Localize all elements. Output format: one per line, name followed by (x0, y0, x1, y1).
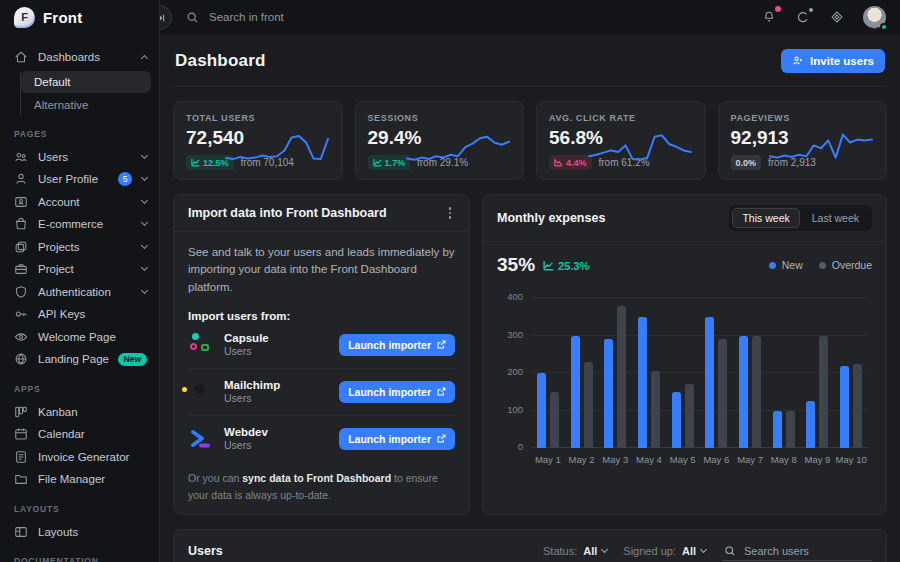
launch-importer-button[interactable]: Launch importer (339, 428, 455, 450)
chevron-down-icon (141, 264, 148, 271)
bar-new (739, 336, 748, 449)
status-filter-dropdown[interactable]: All (583, 545, 607, 557)
global-search (186, 11, 761, 24)
legend-item-new[interactable]: New (769, 259, 803, 271)
globe-icon (14, 352, 28, 366)
sidebar-item-label: Dashboards (38, 51, 132, 63)
apps-launcher-icon[interactable] (829, 9, 845, 25)
chart-bar-group[interactable]: May 8 (767, 298, 801, 448)
toggle-last-week[interactable]: Last week (802, 208, 869, 228)
sidebar-subitem-alternative[interactable]: Alternative (21, 94, 151, 116)
sidebar-item-file-manager[interactable]: File Manager (0, 468, 159, 491)
chart-bar-group[interactable]: May 7 (733, 298, 767, 448)
trend-up-badge: 1.7% (368, 155, 411, 170)
import-source-name: Webdev (224, 426, 329, 438)
sidebar-item-ecommerce[interactable]: E-commerce (0, 213, 159, 236)
expenses-percent: 35% (497, 254, 535, 276)
users-icon (14, 150, 28, 164)
stat-card-pageviews[interactable]: PAGEVIEWS 92,913 0.0% from 2,913 (718, 101, 888, 180)
sidebar-item-users[interactable]: Users (0, 146, 159, 169)
monthly-expenses-card: Monthly expenses This week Last week 35%… (482, 194, 887, 515)
sidebar-item-calendar[interactable]: Calendar (0, 423, 159, 446)
search-icon (186, 11, 199, 24)
x-axis-label: May 9 (805, 454, 831, 465)
expenses-change: 25.3% (543, 260, 589, 272)
bar-overdue (617, 306, 626, 449)
bar-overdue (685, 384, 694, 448)
avatar[interactable] (863, 6, 886, 29)
signed-up-filter-dropdown[interactable]: All (682, 545, 706, 557)
bell-icon[interactable] (761, 9, 777, 25)
sidebar-item-project[interactable]: Project (0, 258, 159, 281)
sparkline-chart (587, 126, 693, 170)
users-card-title: Users (188, 544, 223, 558)
legend-item-overdue[interactable]: Overdue (819, 259, 872, 271)
stat-card-avg-click-rate[interactable]: AVG. CLICK RATE 56.8% 4.4% from 61.2% (536, 101, 706, 180)
sidebar-item-user-profile[interactable]: User Profile 5 (0, 168, 159, 191)
toggle-this-week[interactable]: This week (732, 208, 799, 228)
sidebar-item-kanban[interactable]: Kanban (0, 401, 159, 424)
x-axis-label: May 4 (636, 454, 662, 465)
sidebar-item-layouts[interactable]: Layouts (0, 521, 159, 544)
sidebar-item-label: Authentication (38, 286, 132, 298)
folder-icon (14, 472, 28, 486)
chart-bar-group[interactable]: May 9 (801, 298, 835, 448)
chart-bar-group[interactable]: May 5 (666, 298, 700, 448)
sidebar-subitem-default[interactable]: Default (21, 71, 151, 93)
activity-icon[interactable] (795, 9, 811, 25)
more-options-icon[interactable] (445, 205, 456, 221)
bar-new (840, 366, 849, 449)
launch-importer-button[interactable]: Launch importer (339, 334, 455, 356)
chart-bar-group[interactable]: May 1 (531, 298, 565, 448)
sidebar-item-landing-page[interactable]: Landing Page New (0, 348, 159, 371)
import-source-name: Mailchimp (224, 379, 329, 391)
legend-dot-overdue (819, 262, 826, 269)
stat-card-sessions[interactable]: SESSIONS 29.4% 1.7% from 29.1% (355, 101, 525, 180)
bar-overdue (584, 362, 593, 448)
sidebar-item-invoice-generator[interactable]: Invoice Generator (0, 446, 159, 469)
front-logo-icon: F (14, 7, 35, 28)
chart-bar-group[interactable]: May 4 (632, 298, 666, 448)
trend-down-badge: 4.4% (549, 155, 592, 170)
chart-bar-group[interactable]: May 2 (565, 298, 599, 448)
users-filters: Status: All Signed up: All (543, 542, 872, 561)
sidebar-item-projects[interactable]: Projects (0, 236, 159, 259)
search-input[interactable] (209, 11, 449, 23)
status-filter: Status: All (543, 545, 607, 557)
y-axis-tick: 200 (497, 366, 523, 377)
activity-dot (809, 8, 813, 12)
sidebar-item-account[interactable]: Account (0, 191, 159, 214)
chart-bar-group[interactable]: May 3 (598, 298, 632, 448)
x-axis-label: May 10 (836, 454, 867, 465)
import-description: See and talk to your users and leads imm… (188, 244, 455, 297)
stat-card-total-users[interactable]: TOTAL USERS 72,540 12.5% from 70,104 (173, 101, 343, 180)
users-search-input[interactable] (744, 545, 854, 557)
chart-bar-group[interactable]: May 10 (834, 298, 868, 448)
bar-overdue (651, 371, 660, 448)
sidebar-item-welcome-page[interactable]: Welcome Page (0, 326, 159, 349)
sidebar-item-dashboards[interactable]: Dashboards (0, 46, 159, 69)
sidebar-item-api-keys[interactable]: API Keys (0, 303, 159, 326)
kanban-icon (14, 405, 28, 419)
trend-flat-badge: 0.0% (731, 155, 762, 170)
invite-users-button[interactable]: Invite users (781, 49, 885, 73)
page-title: Dashboard (175, 51, 266, 71)
bar-new (604, 339, 613, 448)
briefcase-icon (14, 262, 28, 276)
chart-bar-group[interactable]: May 6 (700, 298, 734, 448)
invite-users-label: Invite users (810, 55, 874, 67)
signed-up-filter: Signed up: All (623, 545, 706, 557)
sidebar-item-authentication[interactable]: Authentication (0, 281, 159, 304)
bar-new (571, 336, 580, 449)
brand-logo[interactable]: F Front (0, 0, 159, 34)
bar-overdue (819, 336, 828, 449)
page-header: Dashboard Invite users (173, 34, 887, 87)
mid-row: Import data into Front Dashboard See and… (173, 194, 887, 515)
main-content: Dashboard Invite users TOTAL USERS 72,54… (160, 34, 900, 562)
chevron-down-icon (141, 242, 148, 249)
sidebar-item-label: Calendar (38, 428, 147, 440)
sidebar-item-label: Project (38, 263, 132, 275)
launch-importer-button[interactable]: Launch importer (339, 381, 455, 403)
y-axis-tick: 400 (497, 291, 523, 302)
sidebar-heading-apps: APPS (0, 384, 159, 394)
